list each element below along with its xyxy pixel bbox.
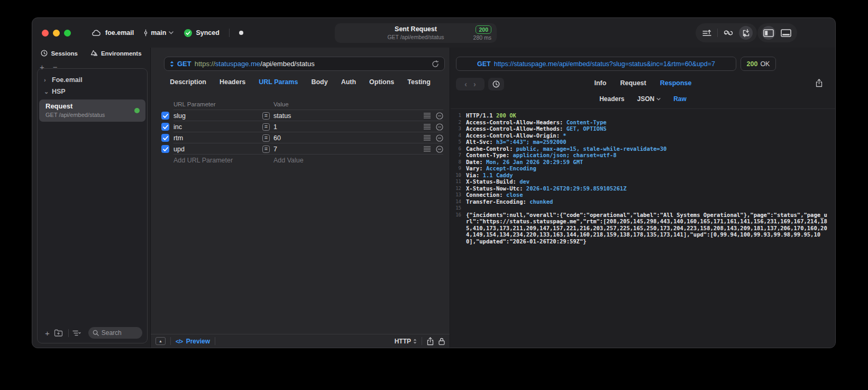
param-enabled-checkbox[interactable] (161, 134, 169, 142)
tree-group-label: Foe.email (52, 76, 83, 84)
param-value-field[interactable]: 1 (273, 123, 424, 131)
line-number: 6 (451, 146, 461, 152)
method-stepper-icon[interactable] (170, 61, 174, 67)
url-path: /api/embed/status (260, 60, 315, 68)
protocol-select[interactable]: HTTP (395, 338, 417, 345)
add-param-name-placeholder[interactable]: Add URL Parameter (173, 157, 262, 164)
share-request-button[interactable] (427, 337, 434, 346)
param-name-field[interactable]: upd (173, 146, 262, 153)
param-row-slug: slug = status (161, 110, 443, 121)
view-tab-raw[interactable]: Raw (673, 95, 687, 103)
request-list-item-selected[interactable]: Request GET /api/embed/status (39, 99, 145, 122)
param-name-field[interactable]: slug (173, 112, 262, 120)
remove-session-button[interactable]: − (53, 64, 58, 71)
tab-testing[interactable]: Testing (407, 78, 431, 86)
response-status-box: 200 OK (741, 57, 776, 71)
sidebar-add-remove: + − (40, 64, 58, 71)
new-folder-button[interactable] (54, 329, 63, 337)
tab-environments[interactable]: Environments (90, 50, 142, 57)
param-value-field[interactable]: 7 (273, 146, 424, 153)
status-code-badge: 200 (476, 25, 491, 34)
lock-button[interactable] (438, 338, 445, 345)
project-name[interactable]: foe.email (105, 29, 134, 37)
param-value-field[interactable]: 60 (273, 134, 424, 142)
minimize-window-button[interactable] (53, 30, 60, 37)
line-content: Access-Control-Allow-Methods: GET, OPTIO… (466, 125, 835, 132)
sent-request-url-box[interactable]: GET https://statuspage.me/api/embed/stat… (456, 57, 736, 71)
lock-icon (438, 338, 445, 345)
tab-options[interactable]: Options (369, 78, 394, 86)
remove-param-button[interactable] (436, 146, 443, 153)
collapse-panel-button[interactable]: ▲ (156, 337, 166, 345)
remove-param-button[interactable] (436, 112, 443, 120)
response-line: 9Vary: Accept-Encoding (451, 165, 835, 172)
request-order-button[interactable] (700, 26, 714, 40)
toggle-bottom-panel-button[interactable] (779, 26, 793, 40)
add-param-value-placeholder[interactable]: Add Value (273, 157, 443, 164)
preview-button[interactable]: </> Preview (176, 338, 210, 345)
remove-param-button[interactable] (436, 123, 443, 131)
line-number: 13 (451, 192, 461, 198)
remove-param-button[interactable] (436, 134, 443, 142)
row-lines-icon[interactable] (424, 113, 431, 119)
response-line: 1HTTP/1.1 200 OK (451, 112, 835, 119)
request-url-bar[interactable]: GET https:// statuspage.me /api/embed/st… (164, 57, 445, 71)
tab-response[interactable]: Response (660, 79, 692, 87)
row-lines-icon[interactable] (424, 146, 431, 152)
response-body[interactable]: 1HTTP/1.1 200 OK2Access-Control-Allow-He… (451, 110, 835, 348)
param-enabled-checkbox[interactable] (161, 112, 169, 120)
branch-name: main (151, 29, 166, 37)
tab-sessions[interactable]: Sessions (41, 50, 78, 57)
equals-icon: = (262, 134, 270, 142)
close-window-button[interactable] (42, 30, 49, 37)
sidebar: Sessions Environments + − › Foe.email (32, 48, 150, 348)
row-lines-icon[interactable] (424, 124, 431, 130)
tab-url-params[interactable]: URL Params (259, 78, 298, 86)
tab-headers[interactable]: Headers (220, 78, 245, 86)
zoom-window-button[interactable] (64, 30, 71, 37)
add-request-button[interactable]: + (45, 329, 50, 337)
param-value-field[interactable]: status (273, 112, 424, 120)
environments-icon (90, 50, 98, 57)
request-summary-pill[interactable]: Sent Request GET /api/embed/status 200 2… (335, 23, 497, 43)
add-session-button[interactable]: + (40, 64, 44, 71)
branch-icon (143, 29, 148, 37)
toggle-sidebar-button[interactable] (762, 26, 775, 40)
tab-info[interactable]: Info (595, 79, 607, 87)
resend-request-button[interactable] (432, 60, 439, 68)
view-tab-headers[interactable]: Headers (599, 95, 624, 103)
request-url-field[interactable]: https:// statuspage.me /api/embed/status (195, 60, 315, 68)
param-name-field[interactable]: rtm (173, 134, 262, 142)
request-summary-subtitle: GET /api/embed/status (387, 34, 444, 41)
sort-filter-button[interactable] (72, 330, 81, 336)
request-panel-footer: ▲ </> Preview HTTP (151, 334, 450, 348)
tree-group-hsp[interactable]: ⌄ HSP (38, 86, 147, 97)
tab-auth[interactable]: Auth (341, 78, 356, 86)
request-tabs: Description Headers URL Params Body Auth… (151, 78, 450, 86)
line-content: Via: 1.1 Caddy (466, 172, 835, 179)
code-icon: </> (176, 338, 183, 344)
tab-body[interactable]: Body (311, 78, 327, 86)
sync-status[interactable]: Synced (184, 29, 219, 37)
response-view-tabs: Headers JSON Raw (451, 95, 835, 109)
export-response-button[interactable] (816, 79, 823, 87)
param-name-field[interactable]: inc (173, 123, 262, 131)
branch-selector[interactable]: main (143, 29, 173, 37)
param-enabled-checkbox[interactable] (161, 123, 169, 131)
row-lines-icon[interactable] (424, 135, 431, 141)
response-line: 7Content-Type: application/json; charset… (451, 152, 835, 159)
line-number: 2 (451, 119, 461, 126)
tree-group-foe-email[interactable]: › Foe.email (38, 74, 147, 86)
param-enabled-checkbox[interactable] (161, 145, 169, 153)
search-input[interactable] (102, 329, 138, 337)
column-header-value: Value (273, 101, 289, 107)
traffic-lights (42, 30, 71, 37)
tab-description[interactable]: Description (170, 78, 206, 86)
sync-loop-button[interactable] (721, 26, 735, 40)
request-method[interactable]: GET (177, 60, 191, 68)
sidebar-search[interactable] (88, 327, 142, 339)
view-tab-json[interactable]: JSON (637, 95, 661, 103)
url-scheme: https:// (195, 60, 215, 68)
tab-request[interactable]: Request (620, 79, 646, 87)
import-export-button[interactable] (739, 26, 753, 40)
